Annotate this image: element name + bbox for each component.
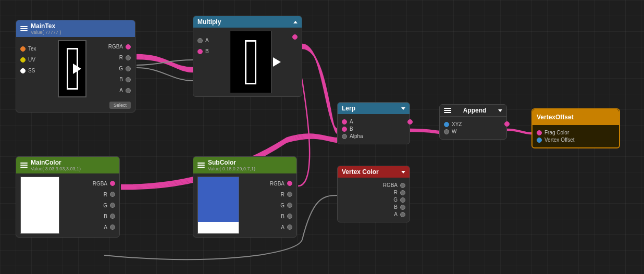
maincolor-rgba-label: RGBA bbox=[93, 181, 107, 186]
r-out-label: R bbox=[119, 55, 123, 60]
rgba-out-row: RGBA bbox=[108, 44, 131, 49]
uv-pin[interactable] bbox=[20, 57, 26, 63]
subcolor-body: RGBA R G B A bbox=[193, 173, 296, 237]
node-multiply: Multiply A B bbox=[193, 16, 302, 97]
append-xyz-pin[interactable] bbox=[444, 122, 449, 127]
collapse-icon[interactable] bbox=[293, 21, 298, 23]
maintex-header: MainTex Value( 77777 ) bbox=[16, 20, 135, 37]
b-in-pin[interactable] bbox=[197, 49, 203, 54]
vc-a-pin[interactable] bbox=[400, 212, 405, 217]
lerp-alpha-pin[interactable] bbox=[342, 134, 347, 139]
subcolor-title-area: SubColor Value( 0.18,0.29,0.7,1) bbox=[208, 159, 255, 171]
vc-r-label: R bbox=[394, 190, 398, 195]
multiply-preview bbox=[230, 31, 271, 93]
lerp-expand-icon[interactable] bbox=[401, 107, 405, 110]
lerp-title: Lerp bbox=[342, 105, 355, 112]
lerp-a-pin[interactable] bbox=[342, 119, 347, 124]
maincolor-a-pin[interactable] bbox=[110, 225, 115, 230]
a-in-label: A bbox=[205, 38, 209, 43]
maincolor-g-pin[interactable] bbox=[110, 203, 115, 208]
multiply-body: A B bbox=[193, 28, 302, 96]
maincolor-g-out: G bbox=[103, 203, 115, 208]
tex-pin[interactable] bbox=[20, 46, 26, 52]
play-icon[interactable] bbox=[73, 64, 81, 74]
multiply-play-icon[interactable] bbox=[273, 57, 281, 67]
select-button[interactable]: Select bbox=[109, 102, 131, 109]
fragcolor-pin[interactable] bbox=[537, 130, 542, 135]
maincolor-b-label: B bbox=[104, 214, 107, 219]
subcolor-header: SubColor Value( 0.18,0.29,0.7,1) bbox=[193, 157, 296, 173]
vertexoffset-w-pin[interactable] bbox=[537, 138, 542, 143]
multiply-title: Multiply bbox=[197, 18, 221, 26]
vc-g-label: G bbox=[393, 197, 398, 203]
maincolor-swatch bbox=[20, 177, 59, 234]
append-hamburger-icon[interactable] bbox=[444, 108, 451, 113]
vertexcolor-expand-icon[interactable] bbox=[401, 171, 405, 173]
append-out-pin[interactable] bbox=[504, 121, 510, 127]
a-out-row: A bbox=[119, 88, 131, 93]
subcolor-g-out: G bbox=[280, 203, 292, 208]
subcolor-g-label: G bbox=[280, 203, 284, 208]
subcolor-rgba-pin[interactable] bbox=[287, 181, 292, 186]
download-icon[interactable]: ⬇ bbox=[577, 111, 588, 123]
a-in-row: A bbox=[197, 38, 209, 43]
vertexoffset-header: VertexOffset ⬇ bbox=[532, 109, 619, 125]
maincolor-g-label: G bbox=[103, 203, 107, 208]
append-w-pin[interactable] bbox=[444, 129, 449, 134]
append-title: Append bbox=[463, 107, 487, 114]
multiply-rgba-out bbox=[292, 34, 298, 40]
ss-pin[interactable] bbox=[20, 68, 26, 73]
subcolor-swatch bbox=[197, 177, 239, 234]
maincolor-hamburger[interactable] bbox=[20, 163, 28, 168]
uv-label: UV bbox=[28, 57, 35, 63]
vc-r-pin[interactable] bbox=[400, 190, 405, 195]
vertexoffset-body: Frag Color Vertex Offset bbox=[532, 125, 619, 147]
append-expand-icon[interactable] bbox=[498, 109, 502, 112]
node-append: Append XYZ W bbox=[439, 104, 507, 140]
maincolor-rgba-pin[interactable] bbox=[110, 181, 115, 186]
maincolor-title: MainColor bbox=[31, 159, 81, 166]
append-w-row: W bbox=[444, 129, 502, 134]
rgba-out-pin[interactable] bbox=[126, 44, 131, 49]
b-out-row: B bbox=[119, 77, 131, 82]
vc-b-pin[interactable] bbox=[400, 205, 405, 210]
subcolor-g-pin[interactable] bbox=[287, 203, 292, 208]
vc-g-pin[interactable] bbox=[400, 197, 405, 203]
lerp-alpha-row: Alpha bbox=[342, 133, 405, 139]
lerp-b-pin[interactable] bbox=[342, 127, 347, 132]
hamburger-icon[interactable] bbox=[20, 26, 28, 31]
maincolor-r-label: R bbox=[104, 192, 107, 197]
maincolor-subtitle: Value( 3.03,3.03,3.03,1) bbox=[31, 166, 81, 171]
subcolor-b-pin[interactable] bbox=[287, 214, 292, 219]
maincolor-b-pin[interactable] bbox=[110, 214, 115, 219]
maincolor-a-out: A bbox=[104, 225, 115, 230]
subcolor-title: SubColor bbox=[208, 159, 255, 166]
vc-rgba-pin[interactable] bbox=[400, 183, 405, 188]
vc-b-out: B bbox=[342, 204, 405, 210]
r-out-pin[interactable] bbox=[126, 55, 131, 60]
vertexcolor-header: Vertex Color bbox=[338, 166, 410, 178]
multiply-rgba-out-pin[interactable] bbox=[292, 34, 298, 40]
append-w-label: W bbox=[452, 129, 456, 134]
lerp-body: A B Alpha bbox=[338, 114, 410, 144]
vc-g-out: G bbox=[342, 197, 405, 203]
vc-a-out: A bbox=[342, 211, 405, 217]
maincolor-b-out: B bbox=[104, 214, 115, 219]
multiply-preview-inner bbox=[245, 40, 256, 84]
lerp-out-pin[interactable] bbox=[407, 119, 413, 124]
vertexcolor-title: Vertex Color bbox=[342, 168, 379, 176]
maintex-title: MainTex bbox=[31, 22, 61, 30]
subcolor-r-pin[interactable] bbox=[287, 192, 292, 197]
b-out-pin[interactable] bbox=[126, 77, 131, 82]
a-out-pin[interactable] bbox=[126, 88, 131, 93]
subcolor-a-pin[interactable] bbox=[287, 225, 292, 230]
a-in-pin[interactable] bbox=[197, 38, 203, 43]
g-out-pin[interactable] bbox=[126, 66, 131, 71]
subcolor-rgba-out: RGBA bbox=[270, 181, 292, 186]
fragcolor-row: Frag Color bbox=[537, 130, 615, 135]
lerp-alpha-label: Alpha bbox=[350, 133, 363, 139]
maincolor-r-pin[interactable] bbox=[110, 192, 115, 197]
subcolor-hamburger[interactable] bbox=[197, 163, 205, 168]
node-maintex: MainTex Value( 77777 ) Tex UV SS bbox=[16, 20, 135, 113]
maintex-body: Tex UV SS RGBA bbox=[16, 37, 135, 112]
